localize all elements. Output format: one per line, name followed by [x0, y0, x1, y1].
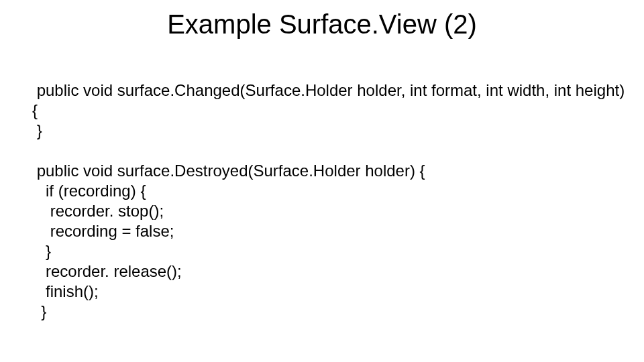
- code-block: public void surface.Changed(Surface.Hold…: [32, 80, 617, 322]
- slide: Example Surface.View (2) public void sur…: [0, 0, 644, 362]
- slide-title: Example Surface.View (2): [0, 9, 644, 40]
